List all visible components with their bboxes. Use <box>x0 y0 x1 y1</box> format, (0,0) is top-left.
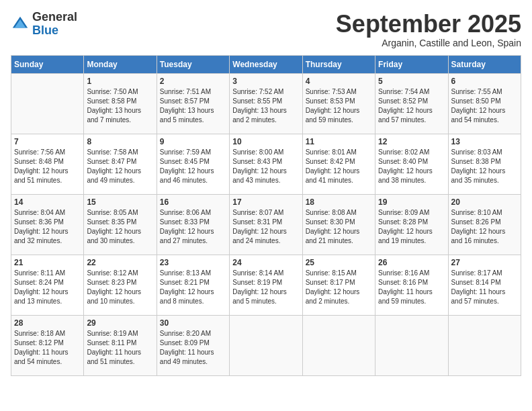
cell-info: and 13 minutes. <box>14 297 81 306</box>
calendar-cell: 25Sunrise: 8:15 AMSunset: 8:17 PMDayligh… <box>302 255 375 315</box>
cell-info: Sunset: 8:21 PM <box>160 278 226 287</box>
cell-info: Sunrise: 8:04 AM <box>14 208 81 218</box>
cell-info: Sunrise: 8:16 AM <box>378 269 445 278</box>
cell-info: Sunrise: 7:55 AM <box>451 87 518 97</box>
calendar-cell: 19Sunrise: 8:09 AMSunset: 8:28 PMDayligh… <box>375 194 448 255</box>
calendar-cell: 2Sunrise: 7:51 AMSunset: 8:57 PMDaylight… <box>157 73 229 134</box>
cell-info: Daylight: 12 hours <box>87 227 153 236</box>
cell-info: and 21 minutes. <box>306 236 372 246</box>
cell-info: Sunrise: 8:00 AM <box>232 148 299 157</box>
day-number: 10 <box>232 137 299 146</box>
cell-info: and 8 minutes. <box>160 297 226 306</box>
cell-info: and 57 minutes. <box>451 297 518 306</box>
cell-info: Sunrise: 8:01 AM <box>306 148 372 157</box>
calendar-cell <box>230 315 302 375</box>
cell-info: Sunrise: 7:52 AM <box>232 87 299 97</box>
cell-info: Sunrise: 8:15 AM <box>306 269 372 278</box>
cell-info: Sunset: 8:36 PM <box>14 218 81 227</box>
header-cell-friday: Friday <box>375 55 448 73</box>
cell-info: Sunset: 8:26 PM <box>451 218 518 227</box>
cell-info: Daylight: 12 hours <box>160 167 226 176</box>
header-cell-wednesday: Wednesday <box>230 55 302 73</box>
calendar-cell: 26Sunrise: 8:16 AMSunset: 8:16 PMDayligh… <box>375 255 448 315</box>
calendar-cell <box>11 73 84 134</box>
calendar-cell: 14Sunrise: 8:04 AMSunset: 8:36 PMDayligh… <box>11 194 84 255</box>
day-number: 19 <box>378 197 445 207</box>
cell-info: Sunrise: 7:50 AM <box>87 87 153 97</box>
logo-blue-text: Blue <box>32 24 58 37</box>
cell-info: and 54 minutes. <box>14 357 81 367</box>
cell-info: and 32 minutes. <box>14 236 81 246</box>
day-number: 26 <box>378 258 445 267</box>
header-cell-monday: Monday <box>84 55 157 73</box>
calendar-cell: 3Sunrise: 7:52 AMSunset: 8:55 PMDaylight… <box>230 73 302 134</box>
cell-info: Sunset: 8:17 PM <box>306 278 372 287</box>
cell-info: Sunset: 8:19 PM <box>232 278 299 287</box>
cell-info: Sunset: 8:09 PM <box>160 338 226 348</box>
week-row-5: 28Sunrise: 8:18 AMSunset: 8:12 PMDayligh… <box>11 315 521 375</box>
cell-info: Sunrise: 8:14 AM <box>232 269 299 278</box>
cell-info: and 35 minutes. <box>451 176 518 185</box>
cell-info: Sunset: 8:50 PM <box>451 97 518 106</box>
cell-info: and 16 minutes. <box>451 236 518 246</box>
cell-info: Sunset: 8:11 PM <box>87 338 153 348</box>
cell-info: Sunrise: 8:08 AM <box>306 208 372 218</box>
day-number: 25 <box>306 258 372 267</box>
cell-info: Daylight: 11 hours <box>87 348 153 357</box>
day-number: 22 <box>87 258 153 267</box>
day-number: 15 <box>87 197 153 207</box>
cell-info: Daylight: 12 hours <box>87 167 153 176</box>
day-number: 17 <box>232 197 299 207</box>
cell-info: Sunrise: 8:20 AM <box>160 329 226 338</box>
cell-info: Sunset: 8:48 PM <box>14 157 81 167</box>
cell-info: Daylight: 12 hours <box>160 287 226 297</box>
day-number: 28 <box>14 318 81 328</box>
day-number: 16 <box>160 197 226 207</box>
cell-info: Daylight: 12 hours <box>14 287 81 297</box>
calendar-cell: 7Sunrise: 7:56 AMSunset: 8:48 PMDaylight… <box>11 134 84 194</box>
cell-info: Sunset: 8:35 PM <box>87 218 153 227</box>
cell-info: Sunset: 8:40 PM <box>378 157 445 167</box>
cell-info: Sunset: 8:38 PM <box>451 157 518 167</box>
cell-info: Sunrise: 7:58 AM <box>87 148 153 157</box>
cell-info: Daylight: 12 hours <box>14 167 81 176</box>
day-number: 3 <box>232 77 299 86</box>
cell-info: Sunset: 8:52 PM <box>378 97 445 106</box>
cell-info: and 57 minutes. <box>378 116 445 125</box>
cell-info: and 24 minutes. <box>232 236 299 246</box>
cell-info: and 59 minutes. <box>306 116 372 125</box>
cell-info: Sunset: 8:30 PM <box>306 218 372 227</box>
day-number: 27 <box>451 258 518 267</box>
calendar-cell: 29Sunrise: 8:19 AMSunset: 8:11 PMDayligh… <box>84 315 157 375</box>
cell-info: Daylight: 13 hours <box>87 106 153 116</box>
cell-info: Daylight: 12 hours <box>378 227 445 236</box>
cell-info: Sunrise: 7:54 AM <box>378 87 445 97</box>
day-number: 24 <box>232 258 299 267</box>
day-number: 20 <box>451 197 518 207</box>
cell-info: Sunset: 8:43 PM <box>232 157 299 167</box>
cell-info: Sunrise: 8:02 AM <box>378 148 445 157</box>
cell-info: Sunset: 8:42 PM <box>306 157 372 167</box>
day-number: 21 <box>14 258 81 267</box>
day-number: 6 <box>451 77 518 86</box>
cell-info: Sunrise: 7:56 AM <box>14 148 81 157</box>
calendar-cell: 16Sunrise: 8:06 AMSunset: 8:33 PMDayligh… <box>157 194 229 255</box>
cell-info: and 54 minutes. <box>451 116 518 125</box>
cell-info: Daylight: 12 hours <box>87 287 153 297</box>
cell-info: Sunrise: 8:19 AM <box>87 329 153 338</box>
cell-info: Sunset: 8:55 PM <box>232 97 299 106</box>
day-number: 8 <box>87 137 153 146</box>
calendar-cell: 17Sunrise: 8:07 AMSunset: 8:31 PMDayligh… <box>230 194 302 255</box>
week-row-3: 14Sunrise: 8:04 AMSunset: 8:36 PMDayligh… <box>11 194 521 255</box>
cell-info: Sunrise: 8:13 AM <box>160 269 226 278</box>
day-number: 29 <box>87 318 153 328</box>
calendar-cell: 4Sunrise: 7:53 AMSunset: 8:53 PMDaylight… <box>302 73 375 134</box>
calendar-cell: 9Sunrise: 7:59 AMSunset: 8:45 PMDaylight… <box>157 134 229 194</box>
cell-info: Daylight: 12 hours <box>306 106 372 116</box>
cell-info: Sunset: 8:58 PM <box>87 97 153 106</box>
cell-info: and 38 minutes. <box>378 176 445 185</box>
week-row-4: 21Sunrise: 8:11 AMSunset: 8:24 PMDayligh… <box>11 255 521 315</box>
title-block: September 2025 Arganin, Castille and Leo… <box>336 11 521 48</box>
calendar-cell <box>375 315 448 375</box>
cell-info: and 27 minutes. <box>160 236 226 246</box>
